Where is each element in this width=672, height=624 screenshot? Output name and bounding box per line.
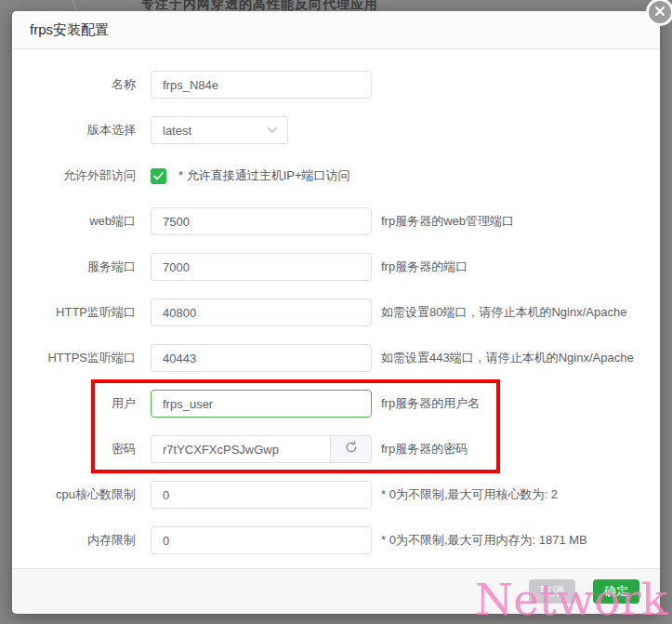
http-port-label: HTTP监听端口 (12, 304, 151, 321)
version-label: 版本选择 (12, 122, 151, 139)
form-row-user: 用户 frp服务器的用户名 (12, 390, 660, 418)
form-row-memory-limit: 内存限制 * 0为不限制,最大可用内存为: 1871 MB (12, 526, 660, 554)
user-input[interactable] (151, 390, 372, 418)
form-row-password: 密码 frp服务器的密码 (12, 435, 660, 463)
password-input[interactable] (151, 435, 330, 463)
close-dialog-button[interactable] (646, 0, 672, 26)
name-input[interactable] (151, 71, 372, 99)
allow-external-hint: * 允许直接通过主机IP+端口访问 (178, 167, 350, 184)
service-port-hint: frp服务器的端口 (381, 259, 468, 275)
cpu-limit-input[interactable] (151, 481, 372, 509)
form-row-allow-external: 允许外部访问 * 允许直接通过主机IP+端口访问 (12, 162, 660, 190)
form-row-https-port: HTTPS监听端口 如需设置443端口，请停止本机的Nginx/Apache (12, 344, 660, 372)
dialog-footer: 取消 确定 (12, 568, 660, 614)
http-port-hint: 如需设置80端口，请停止本机的Nginx/Apache (381, 304, 626, 321)
service-port-input[interactable] (151, 253, 372, 281)
form-row-version: 版本选择 latest (12, 116, 660, 144)
form-row-service-port: 服务端口 frp服务器的端口 (12, 253, 660, 281)
cpu-limit-hint: * 0为不限制,最大可用核心数为: 2 (381, 486, 558, 503)
user-hint: frp服务器的用户名 (381, 395, 480, 412)
allow-external-label: 允许外部访问 (12, 167, 151, 184)
https-port-input[interactable] (151, 344, 372, 372)
dialog-title: frps安装配置 (30, 21, 109, 39)
web-port-input[interactable] (151, 207, 372, 235)
memory-limit-label: 内存限制 (12, 532, 151, 549)
form-row-cpu-limit: cpu核心数限制 * 0为不限制,最大可用核心数为: 2 (12, 481, 660, 509)
frps-config-dialog: frps安装配置 名称 版本选择 latest 允许外部访问 (12, 11, 660, 614)
version-select[interactable]: latest (151, 116, 288, 144)
web-port-label: web端口 (12, 213, 151, 230)
https-port-hint: 如需设置443端口，请停止本机的Nginx/Apache (381, 350, 634, 366)
form-row-web-port: web端口 frp服务器的web管理端口 (12, 207, 660, 235)
web-port-hint: frp服务器的web管理端口 (381, 213, 514, 230)
name-label: 名称 (12, 76, 151, 93)
password-label: 密码 (12, 441, 151, 458)
dialog-header: frps安装配置 (12, 11, 660, 49)
password-hint: frp服务器的密码 (381, 441, 468, 458)
close-icon (654, 4, 665, 20)
version-select-value: latest (163, 124, 191, 138)
cancel-button[interactable]: 取消 (529, 579, 575, 604)
allow-external-checkbox[interactable] (151, 168, 166, 184)
check-icon (153, 172, 164, 180)
chevron-down-icon (267, 126, 278, 134)
https-port-label: HTTPS监听端口 (12, 350, 151, 366)
dialog-body: 名称 版本选择 latest 允许外部访问 (12, 49, 660, 568)
user-label: 用户 (12, 395, 151, 412)
cpu-limit-label: cpu核心数限制 (12, 486, 151, 503)
confirm-button[interactable]: 确定 (593, 579, 639, 604)
form-row-name: 名称 (12, 71, 660, 99)
form-row-http-port: HTTP监听端口 如需设置80端口，请停止本机的Nginx/Apache (12, 299, 660, 326)
page-background: 专注于内网穿透的高性能反向代理应用 frps安装配置 名称 版本选择 lates… (0, 0, 672, 624)
service-port-label: 服务端口 (12, 259, 151, 275)
memory-limit-input[interactable] (151, 526, 372, 554)
password-input-group (151, 435, 372, 463)
memory-limit-hint: * 0为不限制,最大可用内存为: 1871 MB (381, 532, 587, 549)
http-port-input[interactable] (151, 299, 372, 326)
regenerate-password-button[interactable] (330, 435, 372, 463)
refresh-icon (345, 441, 358, 458)
